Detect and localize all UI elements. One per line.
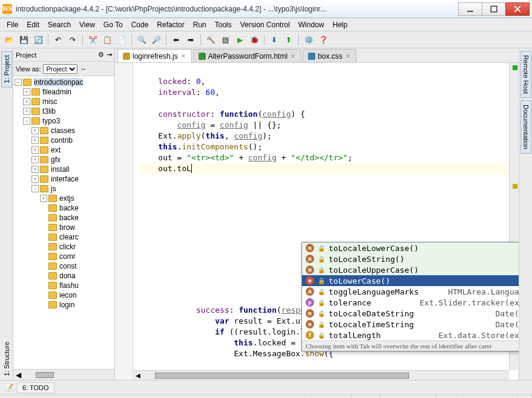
menu-code[interactable]: Code <box>127 19 153 30</box>
debug-button[interactable]: 🐞 <box>248 33 261 47</box>
status-trash[interactable]: 🗑 <box>513 395 532 398</box>
save-all-button[interactable]: 💾 <box>17 33 30 47</box>
expand-icon[interactable]: + <box>40 195 47 202</box>
tree-node-backe[interactable]: backe <box>40 203 113 213</box>
view-as-select[interactable]: Project <box>43 64 77 74</box>
minimize-button[interactable] <box>458 2 482 16</box>
close-icon[interactable]: × <box>345 53 351 59</box>
code-editor[interactable]: locked: 0, interval: 60, constructor: fu… <box>115 63 519 380</box>
autoscroll-icon[interactable]: ↔ <box>80 65 87 73</box>
undo-button[interactable]: ↶ <box>51 33 65 47</box>
editor-h-scrollbar[interactable]: ◀ <box>133 370 509 380</box>
tree-node-dona[interactable]: dona <box>40 271 113 281</box>
scroll-thumb[interactable] <box>155 373 409 379</box>
panel-collapse-icon[interactable]: ⇥ <box>107 51 112 59</box>
tree-node-interface[interactable]: +interface <box>31 174 113 184</box>
completion-item[interactable]: m🔒toggleLanguageMarksHTMLArea.Language(l… <box>302 286 519 297</box>
expand-icon[interactable]: + <box>31 127 39 134</box>
tree-node-classes[interactable]: +classes <box>31 126 113 135</box>
tree-node-clickr[interactable]: clickr <box>40 242 113 252</box>
tree-node-brow[interactable]: brow <box>40 223 113 232</box>
tree-node-backe[interactable]: backe <box>40 213 113 223</box>
collapse-icon[interactable]: − <box>31 185 39 192</box>
tree-node-comr[interactable]: comr <box>40 252 113 261</box>
completion-item[interactable]: m🔒toLowerCase()String <box>302 275 519 286</box>
rail-project-button[interactable]: 1: Project <box>1 51 12 87</box>
run-button[interactable]: ▶ <box>233 33 246 47</box>
menu-search[interactable]: Search <box>44 19 75 30</box>
copy-button[interactable]: 📋 <box>100 33 114 47</box>
tree-node-introductionpac[interactable]: −introductionpac <box>15 77 113 87</box>
expand-icon[interactable]: + <box>31 166 39 173</box>
menu-version-control[interactable]: Version Control <box>236 19 294 30</box>
paste-button[interactable]: 📄 <box>115 33 128 47</box>
todo-tool-button[interactable]: 6: TODO <box>17 382 54 393</box>
close-button[interactable] <box>505 2 530 16</box>
scroll-left-icon[interactable]: ◀ <box>133 371 143 380</box>
tree-node-fileadmin[interactable]: +fileadmin <box>23 87 113 97</box>
menu-go-to[interactable]: Go To <box>99 19 127 30</box>
expand-icon[interactable]: + <box>23 108 30 115</box>
status-memory[interactable]: 135M of 209M <box>458 395 513 398</box>
completion-item[interactable]: f🔒totalLengthExt.data.Store(ext-all-debu… <box>302 330 519 341</box>
expand-icon[interactable]: + <box>23 98 30 105</box>
tree-node-clearc[interactable]: clearc <box>40 232 113 242</box>
tree-node-gfx[interactable]: +gfx <box>31 155 113 165</box>
tree-node-flashu[interactable]: flashu <box>40 281 113 290</box>
expand-icon[interactable]: + <box>23 88 30 96</box>
tree-node-misc[interactable]: +misc <box>23 97 113 106</box>
completion-item[interactable]: m🔒toLocaleTimeStringDate(ECMAScript.js2) <box>302 319 519 330</box>
tree-node-t3lib[interactable]: +t3lib <box>23 106 113 116</box>
completion-item[interactable]: m🔒toLocaleUpperCase()String <box>302 264 519 275</box>
forward-button[interactable]: ➡ <box>184 33 197 47</box>
sync-button[interactable]: 🔄 <box>31 33 45 47</box>
rail-structure-button[interactable]: 1: Structure <box>2 338 11 380</box>
tree-node-js[interactable]: −js <box>31 184 113 194</box>
build-button[interactable]: 🔨 <box>204 33 217 47</box>
back-button[interactable]: ⬅ <box>169 33 183 47</box>
rail-documentation-button[interactable]: Documentation <box>521 100 531 154</box>
tab-loginrefresh-js[interactable]: loginrefresh.js× <box>117 49 192 62</box>
tree-node-ext[interactable]: +ext <box>31 145 113 155</box>
menu-window[interactable]: Window <box>294 19 329 30</box>
rail-remote-host-button[interactable]: Remote Host <box>521 51 531 98</box>
find-button[interactable]: 🔍 <box>135 33 148 47</box>
tab-AlterPasswordForm-html[interactable]: AlterPasswordForm.html× <box>193 49 301 62</box>
tree-node-extjs[interactable]: +extjs <box>40 194 113 203</box>
collapse-icon[interactable]: − <box>23 117 30 125</box>
open-button[interactable]: 📂 <box>2 33 16 47</box>
cut-button[interactable]: ✂️ <box>86 33 99 47</box>
menu-view[interactable]: View <box>75 19 99 30</box>
completion-item[interactable]: m🔒toLocaleLowerCase()String <box>302 243 519 253</box>
completion-item[interactable]: p🔒toleranceExt.Slider.tracker(ext-all-de… <box>302 297 519 308</box>
status-insert-mode[interactable]: Insert <box>352 395 381 398</box>
completion-item[interactable]: m🔒toLocaleDateStringDate(ECMAScript.js2) <box>302 308 519 319</box>
menu-run[interactable]: Run <box>189 19 211 30</box>
menu-refactor[interactable]: Refactor <box>153 19 188 30</box>
collapse-icon[interactable]: − <box>15 79 22 86</box>
scroll-thumb[interactable] <box>36 372 54 378</box>
project-h-scrollbar[interactable]: ◀ <box>13 369 114 380</box>
expand-icon[interactable]: + <box>31 146 39 154</box>
tree-node-const[interactable]: const <box>40 261 113 271</box>
tree-node-typo3[interactable]: −typo3 <box>23 116 113 126</box>
tree-node-install[interactable]: +install <box>31 165 113 174</box>
expand-icon[interactable]: + <box>31 175 39 183</box>
replace-button[interactable]: 🔎 <box>149 33 163 47</box>
expand-icon[interactable]: + <box>31 137 39 144</box>
tree-node-login[interactable]: login <box>40 300 113 310</box>
project-tree[interactable]: −introductionpac+fileadmin+misc+t3lib−ty… <box>13 76 114 369</box>
menu-edit[interactable]: Edit <box>22 19 44 30</box>
menu-help[interactable]: Help <box>328 19 352 30</box>
tab-box-css[interactable]: box.css× <box>303 49 356 62</box>
completion-item[interactable]: m🔒toLocaleString()Object <box>302 253 519 264</box>
panel-settings-icon[interactable]: ⚙ <box>98 51 104 59</box>
scroll-left-icon[interactable]: ◀ <box>13 371 24 379</box>
menu-file[interactable]: File <box>2 19 22 30</box>
run-config-button[interactable]: ▤ <box>218 33 232 47</box>
maximize-button[interactable] <box>482 2 506 16</box>
warning-mark-icon[interactable] <box>513 184 517 189</box>
status-encoding[interactable]: windows-1252 <box>381 395 436 398</box>
code-completion-popup[interactable]: m🔒toLocaleLowerCase()Stringm🔒toLocaleStr… <box>301 242 519 351</box>
menu-tools[interactable]: Tools <box>211 19 236 30</box>
